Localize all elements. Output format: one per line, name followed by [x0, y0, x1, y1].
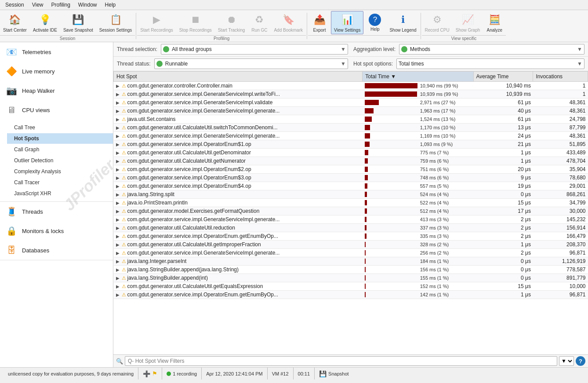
expand-button[interactable]: ▶ [116, 109, 120, 113]
expand-button[interactable]: ▶ [116, 142, 120, 147]
table-row[interactable]: ▶⚠com.gdut.generator.util.CalculateUtil.… [114, 282, 588, 291]
search-help-button[interactable]: ? [576, 356, 585, 366]
col-header-hotspot[interactable]: Hot Spot [114, 72, 363, 82]
table-row[interactable]: ▶⚠com.gdut.generator.util.CalculateUtil.… [114, 157, 588, 165]
table-row[interactable]: ▶⚠com.gdut.generator.util.CalculateUtil.… [114, 224, 588, 232]
expand-button[interactable]: ▶ [116, 259, 120, 264]
thread-status-select[interactable]: Runnable ▼ [154, 58, 348, 69]
menu-view[interactable]: View [29, 1, 47, 9]
thread-selection-select[interactable]: All thread groups ▼ [161, 44, 348, 55]
search-input[interactable] [125, 356, 557, 366]
save-snapshot-button[interactable]: 💾 Save Snapshot [60, 11, 96, 34]
expand-button[interactable]: ▶ [116, 159, 120, 164]
sidebar-item-telemetries[interactable]: 📧 Telemetries [0, 42, 113, 62]
sidebar-item-monitors-locks[interactable]: 🔒 Monitors & locks [0, 221, 113, 241]
menu-profiling[interactable]: Profiling [48, 1, 74, 9]
expand-button[interactable]: ▶ [116, 276, 120, 281]
add-bookmark-button[interactable]: 🔖 Add Bookmark [271, 11, 306, 34]
table-row[interactable]: ▶⚠com.gdut.generator.model.Exercises.get… [114, 207, 588, 215]
help-button[interactable]: ? Help [363, 11, 386, 34]
table-row[interactable]: ▶⚠com.gdut.generator.service.impl.Genera… [114, 98, 588, 107]
table-row[interactable]: ▶⚠java.lang.String.split524 ms (4 %)0 μs… [114, 190, 588, 199]
sidebar-item-hot-spots[interactable]: Hot Spots [7, 133, 113, 144]
sidebar-item-threads[interactable]: 🧵 Threads [0, 202, 113, 221]
expand-button[interactable]: ▶ [116, 209, 120, 214]
table-row[interactable]: ▶⚠com.gdut.generator.util.CalculateUtil.… [114, 241, 588, 249]
start-tracking-button[interactable]: ⏺ Start Tracking [215, 11, 248, 34]
show-legend-button[interactable]: ℹ Show Legend [386, 11, 419, 34]
analyze-button[interactable]: 🧮 Analyze [483, 11, 506, 34]
table-row[interactable]: ▶⚠com.gdut.generator.util.CalculateUtil.… [114, 149, 588, 157]
search-filter-dropdown[interactable]: ▼ [559, 356, 574, 366]
activate-ide-button[interactable]: 💡 Activate IDE [30, 11, 60, 34]
expand-button[interactable]: ▶ [116, 201, 120, 205]
expand-button[interactable]: ▶ [116, 251, 120, 255]
stop-recordings-button[interactable]: ⏹ Stop Recordings [176, 11, 215, 34]
show-graph-button[interactable]: 📈 Show Graph [453, 11, 483, 34]
sidebar-item-complexity-analysis[interactable]: Complexity Analysis [7, 166, 113, 177]
sidebar-item-call-tracer[interactable]: Call Tracer [7, 177, 113, 188]
expand-button[interactable]: ▶ [116, 292, 120, 297]
expand-button[interactable]: ▶ [116, 234, 120, 239]
menu-help[interactable]: Help [102, 1, 120, 9]
sidebar-item-heap-walker[interactable]: 📷 Heap Walker [0, 81, 113, 100]
col-header-invocations[interactable]: Invocations [533, 72, 588, 82]
table-row[interactable]: ▶⚠com.gdut.generator.service.impl.Operat… [114, 140, 588, 149]
aggregation-level-select[interactable]: Methods ▼ [399, 44, 584, 55]
snapshot-status[interactable]: 💾 Snapshot [315, 368, 353, 379]
hotspot-options-select[interactable]: Total times ▼ [396, 58, 584, 69]
expand-button[interactable]: ▶ [116, 92, 120, 97]
table-row[interactable]: ▶⚠com.gdut.generator.service.impl.Genera… [114, 215, 588, 224]
table-row[interactable]: ▶⚠com.gdut.generator.service.impl.Genera… [114, 90, 588, 98]
start-recordings-button[interactable]: ▶ Start Recordings [137, 11, 176, 34]
table-row[interactable]: ▶⚠com.gdut.generator.service.impl.Genera… [114, 132, 588, 140]
expand-button[interactable]: ▶ [116, 267, 120, 272]
sidebar-item-live-memory[interactable]: 🔶 Live memory [0, 62, 113, 81]
table-row[interactable]: ▶⚠com.gdut.generator.service.impl.Operat… [114, 232, 588, 241]
view-settings-button[interactable]: 📊 View Settings [331, 11, 363, 34]
menu-window[interactable]: Window [75, 1, 101, 9]
expand-button[interactable]: ▶ [116, 150, 120, 155]
record-cpu-button[interactable]: ⚙ Record CPU [422, 11, 453, 34]
table-row[interactable]: ▶⚠com.gdut.generator.service.impl.Operat… [114, 182, 588, 190]
table-row[interactable]: ▶⚠java.io.PrintStream.println522 ms (4 %… [114, 199, 588, 207]
table-row[interactable]: ▶⚠com.gdut.generator.controller.Controll… [114, 82, 588, 90]
expand-button[interactable]: ▶ [116, 167, 120, 172]
expand-button[interactable]: ▶ [116, 184, 120, 189]
sidebar-item-outlier-detection[interactable]: Outlier Detection [7, 155, 113, 166]
table-row[interactable]: ▶⚠com.gdut.generator.util.CalculateUtil.… [114, 124, 588, 132]
table-row[interactable]: ▶⚠com.gdut.generator.service.impl.Operat… [114, 165, 588, 174]
expand-button[interactable]: ▶ [116, 125, 120, 130]
sidebar-item-javascript-xhr[interactable]: JavaScript XHR [7, 188, 113, 199]
expand-button[interactable]: ▶ [116, 100, 120, 105]
menu-session[interactable]: Session [2, 1, 28, 9]
expand-button[interactable]: ▶ [116, 192, 120, 197]
table-row[interactable]: ▶⚠com.gdut.generator.service.impl.Operat… [114, 174, 588, 182]
sidebar-item-cpu-views[interactable]: 🖥 CPU views [0, 100, 113, 120]
col-header-totaltime[interactable]: Total Time ▼ [363, 72, 473, 82]
start-center-button[interactable]: 🏠 Start Center [0, 11, 30, 34]
expand-button[interactable]: ▶ [116, 117, 120, 122]
table-row[interactable]: ▶⚠java.lang.Integer.parseInt184 ms (1 %)… [114, 257, 588, 266]
expand-button[interactable]: ▶ [116, 84, 120, 88]
export-button[interactable]: 📤 Export [308, 11, 331, 34]
col-header-avgtime[interactable]: Average Time [473, 72, 533, 82]
table-row[interactable]: ▶⚠java.lang.StringBuilder.append(int)155… [114, 274, 588, 282]
sidebar-item-call-graph[interactable]: Call Graph [7, 144, 113, 155]
expand-button[interactable]: ▶ [116, 175, 120, 180]
expand-button[interactable]: ▶ [116, 217, 120, 222]
expand-button[interactable]: ▶ [116, 284, 120, 289]
table-row[interactable]: ▶⚠java.lang.StringBuilder.append(java.la… [114, 266, 588, 274]
table-row[interactable]: ▶⚠com.gdut.generator.service.impl.Genera… [114, 107, 588, 115]
sidebar-item-call-tree[interactable]: Call Tree [7, 122, 113, 133]
expand-button[interactable]: ▶ [116, 134, 120, 139]
table-row[interactable]: ▶⚠com.gdut.generator.service.impl.Operat… [114, 291, 588, 299]
expand-button[interactable]: ▶ [116, 226, 120, 230]
table-row[interactable]: ▶⚠com.gdut.generator.service.impl.Genera… [114, 249, 588, 257]
add-recording-status[interactable]: ➕ ⚑ [138, 368, 162, 379]
run-gc-button[interactable]: ♻ Run GC [248, 11, 271, 34]
session-settings-button[interactable]: 📋 Session Settings [96, 11, 135, 34]
sidebar-item-databases[interactable]: 🗄 Databases [0, 241, 113, 260]
table-row[interactable]: ▶⚠java.util.Set.contains1,524 ms (13 %)6… [114, 115, 588, 124]
expand-button[interactable]: ▶ [116, 242, 120, 247]
